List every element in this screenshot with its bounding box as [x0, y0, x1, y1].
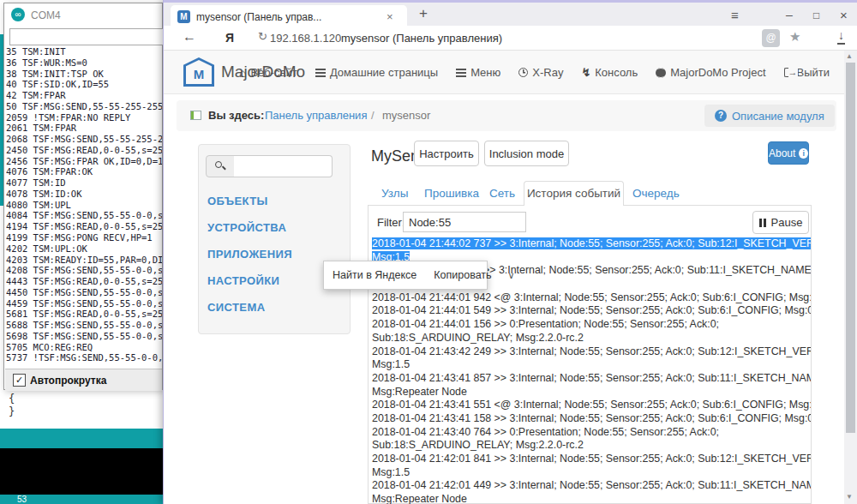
sidebar-item-system[interactable]: СИСТЕМА [207, 301, 265, 314]
serial-log-line: 4202 TSM:UPL:OK [6, 243, 162, 255]
serial-log-line: 5698 TSF:MSG:SEND,55-55-0-0,s=255 [6, 331, 162, 342]
nav-console[interactable]: ↯ Консоль [581, 66, 638, 79]
scrollbar-thumb[interactable] [846, 63, 855, 433]
serial-monitor-bottombar: ✓ Автопрокрутка [5, 369, 162, 391]
selection-context-menu: Найти в Яндексе Копировать ∨ [323, 261, 488, 290]
code-line: { [9, 393, 15, 405]
event-log-row: 2018-01-04 21:42:01 841 >> 3:Internal; N… [372, 453, 811, 466]
site-nav: ⌂ Веб-сайт Домашние страницы Меню X-Ray … [417, 51, 836, 94]
autoscroll-label: Автопрокрутка [30, 375, 106, 387]
event-log-row: 2018-01-04 21:44:01 156 >> 0:Presentatio… [372, 318, 811, 332]
majordomo-logo-icon[interactable]: M [183, 57, 214, 87]
bookmark-star-icon[interactable]: ★ [789, 29, 800, 45]
inclusion-mode-button[interactable]: Inclusion mode [484, 141, 569, 166]
tab-network[interactable]: Сеть [489, 187, 515, 200]
nav-home-pages[interactable]: Домашние страницы [315, 66, 438, 79]
serial-log-line: 42 TSM:FPAR [6, 90, 162, 101]
sidebar-item-objects[interactable]: ОБЪЕКТЫ [207, 195, 268, 207]
nav-logout[interactable]: → Выйти [784, 66, 830, 79]
event-log-row: Msg:1.5 [372, 466, 811, 480]
search-icon [215, 161, 222, 168]
code-line: } [9, 405, 15, 417]
serial-log-line: 4203 TSM:READY:ID=55,PAR=0,DIS=1 [6, 255, 162, 266]
context-search-yandex[interactable]: Найти в Яндексе [324, 269, 425, 281]
serial-log-line: 2068 TSF:MSG:SEND,55-55-255-255,s= [6, 134, 162, 145]
sidebar-item-devices[interactable]: УСТРОЙСТВА [207, 221, 286, 234]
serial-log-line: 2456 TSF:MSG:FPAR OK,ID=0,D=1 [6, 156, 162, 167]
info-icon: i [799, 148, 808, 159]
event-log-row: 2018-01-04 21:43:41 158 >> 3:Internal; N… [372, 412, 811, 426]
event-history-panel: Filter: Pause 2018-01-04 21:44:02 737 >>… [368, 205, 812, 504]
event-log-row: Sub:18:S_ARDUINO_RELAY; Msg:2.2.0-rc.2 [372, 439, 811, 453]
tab-event-history-active[interactable]: История событий [524, 181, 624, 206]
search-addon [206, 155, 235, 177]
serial-log-line: 4450 TSF:MSG:SEND,55-55-0-0,s=255 [6, 287, 162, 298]
sidebar-item-applications[interactable]: ПРИЛОЖЕНИЯ [207, 248, 292, 261]
lightning-icon: ↯ [581, 66, 590, 79]
arduino-code-editor[interactable]: { } [0, 390, 165, 429]
refresh-icon[interactable]: ↻ [258, 30, 267, 43]
nav-menu[interactable]: Меню [456, 66, 500, 79]
browser-tab-title: mysensor (Панель управ... [196, 11, 381, 23]
tab-queue[interactable]: Очередь [632, 187, 680, 200]
configure-button[interactable]: Настроить [414, 141, 479, 166]
event-log-row: Msg:Repeater Node [372, 386, 811, 399]
home-icon: ⌂ [239, 68, 246, 78]
yandex-logo-icon[interactable]: Я [225, 31, 234, 45]
serial-monitor-window: ∞ COM4 35 TSM:INIT36 TSF:WUR:MS=038 TSM:… [3, 3, 163, 390]
serial-log[interactable]: 35 TSM:INIT36 TSF:WUR:MS=038 TSM:INIT:TS… [6, 48, 162, 368]
new-tab-button[interactable]: + [419, 5, 428, 22]
breadcrumb-link-control-panel[interactable]: Панель управления [265, 109, 367, 122]
at-badge-icon[interactable]: @ [762, 29, 780, 47]
nav-website[interactable]: ⌂ Веб-сайт [239, 66, 297, 79]
back-icon[interactable]: ← [183, 29, 196, 45]
serial-monitor-titlebar[interactable]: ∞ COM4 [4, 3, 162, 27]
module-description-button[interactable]: ? Описание модуля [704, 105, 835, 127]
window-minimize-button[interactable]: – [786, 8, 793, 21]
event-log-row: 2018-01-04 21:43:41 551 <@ 3:Internal; N… [372, 399, 811, 412]
browser-menu-icon[interactable]: ≡ [731, 8, 739, 22]
serial-log-line: 4443 TSF:MSG:READ,0-0-55,s=255,c= [6, 276, 162, 287]
url-host[interactable]: 192.168.1.120 [270, 32, 341, 45]
list-icon [456, 69, 466, 77]
window-maximize-button[interactable]: □ [813, 9, 819, 21]
chevron-down-icon[interactable]: ∨ [500, 270, 523, 281]
autoscroll-checkbox[interactable]: ✓ [13, 374, 26, 387]
page-scrollbar[interactable]: ▲ ▼ [844, 51, 857, 504]
tab-firmware[interactable]: Прошивка [424, 187, 479, 200]
scrollbar-down-icon[interactable]: ▼ [846, 493, 853, 501]
serial-log-line: 2450 TSF:MSG:READ,0-0-55,s=255,c= [6, 145, 162, 156]
tab-close-icon[interactable]: × [387, 10, 393, 23]
serial-log-line: 4078 TSM:ID:OK [6, 189, 162, 200]
serial-log-line: 4459 TSF:MSG:SEND,55-55-0-0,s=255 [6, 298, 162, 309]
arduino-ide-divider-bar [0, 429, 165, 448]
filter-input[interactable] [403, 212, 526, 232]
nav-xray[interactable]: X-Ray [518, 66, 563, 79]
search-input[interactable] [234, 155, 333, 177]
tab-nodes[interactable]: Узлы [381, 187, 408, 200]
filter-label: Filter: [377, 216, 405, 229]
browser-tab[interactable]: M mysensor (Панель управ... × [171, 5, 407, 28]
arduino-ide-statusbar: 53 [0, 495, 165, 504]
serial-log-line: 50 TSF:MSG:SEND,55-55-255-255,s=2 [6, 101, 162, 112]
url-page-title[interactable]: mysensor (Панель управления) [341, 32, 502, 45]
download-icon[interactable]: ↓ [837, 28, 845, 45]
serial-log-line: 5681 TSF:MSG:READ,0-0-55,s=255,c= [6, 309, 162, 320]
majordomo-favicon-icon: M [177, 10, 190, 23]
sidebar-item-settings[interactable]: НАСТРОЙКИ [207, 274, 279, 287]
browser-addressbar: ← Я ↻ 192.168.1.120 mysensor (Панель упр… [164, 26, 857, 51]
context-copy[interactable]: Копировать [425, 269, 500, 281]
window-close-button[interactable]: × [840, 8, 848, 22]
event-log-row: 2018-01-04 21:44:01 549 >> 3:Internal; N… [372, 304, 811, 318]
event-log-row: 2018-01-04 21:43:40 764 >> 0:Presentatio… [372, 426, 811, 440]
event-log-row: Sub:18:S_ARDUINO_RELAY; Msg:2.2.0-rc.2 [372, 332, 811, 345]
serial-log-line: 2059 !TSM:FPAR:NO REPLY [6, 112, 162, 123]
sidebar: ОБЪЕКТЫ УСТРОЙСТВА ПРИЛОЖЕНИЯ НАСТРОЙКИ … [198, 144, 351, 334]
nav-majordomo-project[interactable]: MajorDoMo Project [656, 66, 765, 79]
scrollbar-up-icon[interactable]: ▲ [846, 52, 853, 60]
about-button[interactable]: About i [768, 141, 809, 165]
serial-log-line: 40 TSF:SID:OK,ID=55 [6, 79, 162, 90]
pause-icon [759, 219, 766, 227]
browser-tabstrip: M mysensor (Панель управ... × + ≡ – □ × [164, 0, 857, 26]
pause-button[interactable]: Pause [752, 211, 809, 234]
